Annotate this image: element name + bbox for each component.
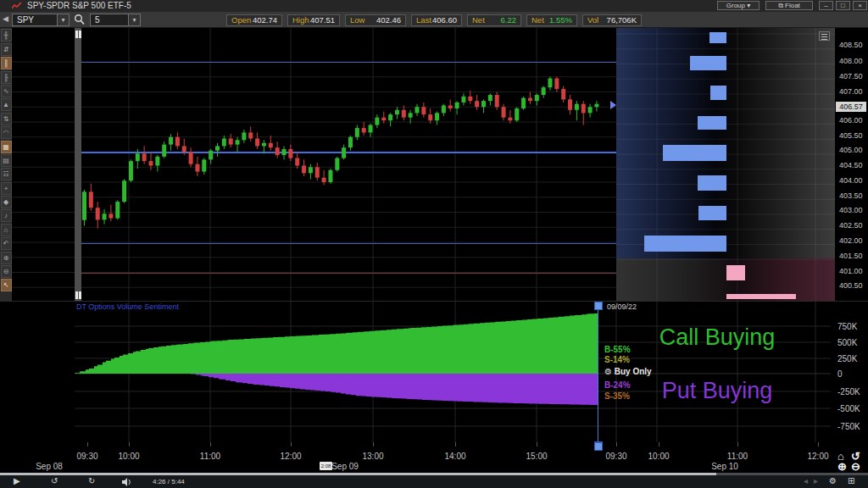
candlestick-chart[interactable]	[12, 28, 616, 301]
price-axis-label: 408.50	[839, 41, 863, 49]
maximize-button[interactable]: □	[836, 1, 850, 10]
profile-bid-bar	[698, 206, 726, 220]
splitter-handle-top[interactable]	[75, 30, 81, 38]
price-axis-label: 402.00	[839, 236, 863, 245]
time-tick	[129, 442, 130, 446]
time-tick	[737, 442, 738, 446]
line-chart-icon[interactable]: ∿	[1, 85, 12, 97]
quote-label: High	[292, 15, 309, 25]
time-marker-handle-top[interactable]	[594, 302, 603, 310]
quote-value: 6.22	[501, 15, 517, 25]
date-axis-label: Sep 10	[711, 462, 738, 471]
group-button[interactable]: Group ▾	[717, 1, 760, 10]
grid-tool-icon[interactable]: ☷	[1, 168, 12, 180]
collapse-left-icon[interactable]: ◀	[3, 14, 8, 23]
interval-select[interactable]: 5 ▾	[90, 14, 141, 26]
price-axis-label: 405.50	[839, 131, 863, 140]
profile-bid-bar	[690, 56, 726, 70]
popout-icon[interactable]: ⊞	[848, 476, 854, 485]
next-icon[interactable]: ▸	[814, 476, 818, 485]
price-axis-label: 406.00	[839, 116, 863, 125]
volume-profile[interactable]	[616, 28, 835, 301]
search-icon[interactable]	[74, 14, 85, 25]
price-axis-label: 404.00	[839, 176, 863, 185]
profile-bid-bar	[698, 116, 726, 130]
time-tick	[291, 442, 292, 446]
undo-tool-icon[interactable]: ↶	[1, 237, 12, 250]
call-sentiment-area	[75, 313, 598, 374]
volume-icon[interactable]	[122, 478, 132, 486]
candles-hollow-icon[interactable]: ╫	[1, 29, 12, 42]
put-buying-label: Put Buying	[627, 378, 807, 404]
candles-solid-icon[interactable]: ║	[1, 57, 12, 69]
price-marker-icon[interactable]: ◆	[1, 196, 12, 208]
crosshair-icon[interactable]: +	[1, 182, 12, 195]
rewind-icon[interactable]: ↺	[51, 476, 58, 485]
expand-vertical-icon[interactable]: ⇅	[1, 113, 12, 125]
close-button[interactable]: ×	[853, 1, 867, 10]
time-tick	[659, 442, 659, 446]
stat-text: B-24%	[604, 380, 631, 390]
quote-field-net: Net6.22	[467, 14, 521, 26]
quote-field-low: Low402.46	[345, 14, 406, 26]
candles-arrow-icon[interactable]: ⇵	[1, 43, 12, 56]
window-title: SPY-SPDR S&P 500 ETF-5	[27, 1, 131, 10]
time-tick	[616, 442, 617, 446]
chart-splitter[interactable]	[75, 28, 81, 301]
market-profile-icon[interactable]: ▤	[1, 154, 12, 167]
sentiment-axis-label: -500K	[837, 404, 860, 413]
date-axis-label: Sep 09	[331, 462, 359, 471]
axis-marker-handle[interactable]	[594, 442, 603, 451]
chevron-down-icon[interactable]: ▾	[128, 14, 140, 25]
note-tool-icon[interactable]: ♪	[1, 209, 12, 222]
gear-icon[interactable]: ⚙	[604, 367, 615, 376]
float-button[interactable]: ⧉ Float	[765, 1, 813, 10]
time-tick	[818, 442, 819, 446]
chart-zoom-out-icon[interactable]: ⊖	[851, 460, 860, 473]
time-axis-label: 10:00	[118, 452, 139, 461]
time-tick	[210, 442, 211, 446]
time-axis-label: 12:00	[280, 452, 301, 461]
profile-bid-bar	[710, 86, 726, 100]
symbol-select[interactable]: SPY ▾	[12, 14, 70, 26]
sentiment-axis-label: 500K	[837, 338, 857, 347]
curve-tool-icon[interactable]: ◠	[1, 126, 12, 139]
quote-field-high: High407.51	[287, 14, 340, 26]
cursor-tool-icon[interactable]: ↖	[1, 279, 12, 291]
zoom-out-tool-icon[interactable]: ⊖	[1, 265, 12, 278]
price-axis-label: 400.50	[839, 281, 863, 290]
chevron-down-icon[interactable]: ▾	[57, 14, 69, 25]
home-tool-icon[interactable]: ⌂	[1, 224, 12, 236]
area-chart-icon[interactable]: ▲	[1, 98, 12, 111]
price-axis-label: 403.00	[839, 206, 863, 214]
volume-profile-icon[interactable]: ▦	[1, 141, 12, 153]
quote-value: 402.74	[253, 15, 277, 25]
video-control-bar: ▶ ↺ ↻ 4:26 / 5:44 ◂ ▸ ⚙ ⊞	[0, 475, 868, 488]
quote-field-open: Open402.74	[226, 14, 282, 26]
price-axis[interactable]: 408.50408.00407.50407.00406.00405.50405.…	[835, 28, 868, 301]
time-axis-label: 13:00	[362, 452, 383, 461]
sentiment-chart[interactable]	[75, 301, 831, 451]
sentiment-axis-label: 250K	[837, 354, 857, 363]
time-tick	[537, 442, 537, 446]
forward-icon[interactable]: ↻	[88, 476, 95, 485]
ohlc-bars-icon[interactable]: ╟	[1, 71, 12, 84]
sentiment-axis-label: 0	[837, 369, 843, 379]
profile-menu-icon[interactable]	[819, 31, 830, 41]
zoom-in-tool-icon[interactable]: ⊕	[1, 252, 12, 264]
sentiment-stat-buyonly[interactable]: ⚙ Buy Only	[604, 367, 652, 376]
time-axis-label: 14:00	[444, 452, 465, 461]
time-axis[interactable]: 09:3010:0011:0012:0013:0014:0015:0009:30…	[0, 442, 868, 473]
minimize-button[interactable]: –	[819, 1, 833, 10]
chart-zoom-in-icon[interactable]: ⊕	[837, 460, 847, 473]
settings-icon[interactable]: ⚙	[829, 476, 837, 485]
time-tick	[373, 442, 374, 446]
prev-icon[interactable]: ◂	[804, 476, 808, 485]
quote-label: Vol	[587, 15, 598, 25]
quote-value: 402.46	[376, 15, 401, 25]
chevron-down-icon: ▾	[747, 2, 750, 9]
sentiment-stat-s35: S-35%	[604, 391, 630, 401]
price-axis-label: 407.50	[839, 72, 863, 80]
splitter-handle-bottom[interactable]	[75, 291, 81, 299]
play-icon[interactable]: ▶	[14, 476, 20, 485]
